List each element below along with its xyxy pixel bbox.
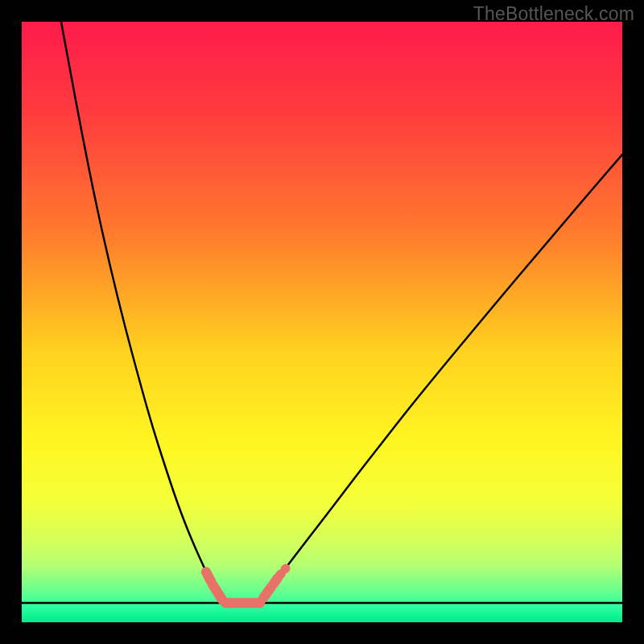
marker-segment [274,578,278,584]
marker-segment [280,574,281,575]
chart-canvas [22,22,622,622]
gradient-background [22,22,622,622]
frame: TheBottleneck.com [0,0,644,644]
plot-area [22,22,622,622]
marker-segment [285,568,286,569]
marker-segment [263,587,271,598]
marker-segment [206,572,211,582]
